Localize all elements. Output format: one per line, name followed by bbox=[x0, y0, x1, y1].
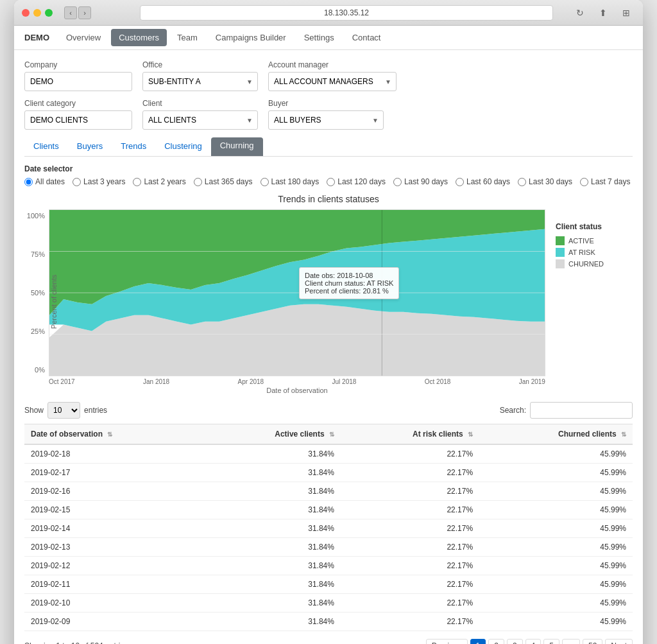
x-tick-jan19: Jan 2019 bbox=[519, 378, 545, 385]
address-bar[interactable]: 18.130.35.12 bbox=[140, 5, 553, 21]
y-tick-75: 75% bbox=[31, 250, 45, 258]
cell-churned: 45.99% bbox=[479, 575, 633, 594]
minimize-button[interactable] bbox=[33, 9, 41, 17]
chart-area: 100% 75% 50% 25% 0% Percent of clients bbox=[24, 209, 545, 394]
radio-all-dates[interactable]: All dates bbox=[24, 177, 65, 186]
col-churned[interactable]: Churned clients ⇅ bbox=[479, 424, 633, 445]
cell-active: 31.84% bbox=[203, 501, 341, 519]
reload-button[interactable]: ↻ bbox=[571, 6, 589, 19]
cell-active: 31.84% bbox=[203, 557, 341, 575]
cell-atrisk: 22.17% bbox=[341, 538, 479, 557]
radio-180days[interactable]: Last 180 days bbox=[260, 177, 320, 186]
company-input[interactable] bbox=[24, 72, 132, 91]
url-text: 18.130.35.12 bbox=[324, 8, 369, 17]
page-4-button[interactable]: 4 bbox=[525, 639, 542, 644]
tab-buyers[interactable]: Buyers bbox=[68, 137, 112, 156]
office-filter: Office SUB-ENTITY A bbox=[142, 60, 258, 91]
account-manager-select[interactable]: ALL ACCOUNT MANAGERS bbox=[268, 72, 397, 91]
table-row: 2019-02-14 31.84% 22.17% 45.99% bbox=[24, 519, 633, 538]
col-active[interactable]: Active clients ⇅ bbox=[203, 424, 341, 445]
page-2-button[interactable]: 2 bbox=[488, 639, 504, 644]
office-select[interactable]: SUB-ENTITY A bbox=[142, 72, 258, 91]
maximize-button[interactable] bbox=[45, 9, 53, 17]
main-content: Company Office SUB-ENTITY A Account mana… bbox=[14, 50, 643, 644]
tabs-row: Clients Buyers Trends Clustering Churnin… bbox=[24, 137, 633, 157]
buyer-label: Buyer bbox=[268, 99, 384, 108]
chart-section: Trends in clients statuses 100% 75% 50% … bbox=[24, 194, 633, 394]
prev-button[interactable]: Previous bbox=[426, 639, 468, 644]
radio-3years[interactable]: Last 3 years bbox=[73, 177, 125, 186]
company-filter: Company bbox=[24, 60, 132, 91]
traffic-lights bbox=[22, 9, 53, 17]
col-date[interactable]: Date of observation ⇅ bbox=[24, 424, 203, 445]
client-select[interactable]: ALL CLIENTS bbox=[142, 110, 258, 130]
buyer-select[interactable]: ALL BUYERS bbox=[268, 110, 384, 130]
buyer-filter: Buyer ALL BUYERS bbox=[268, 99, 384, 130]
cell-atrisk: 22.17% bbox=[341, 444, 479, 464]
tab-clients[interactable]: Clients bbox=[24, 137, 68, 156]
legend-at-risk: AT RISK bbox=[556, 248, 633, 257]
radio-90days[interactable]: Last 90 days bbox=[393, 177, 448, 186]
x-axis-ticks: Oct 2017 Jan 2018 Apr 2018 Jul 2018 Oct … bbox=[49, 378, 545, 385]
table-row: 2019-02-10 31.84% 22.17% 45.99% bbox=[24, 594, 633, 613]
nav-contact[interactable]: Contact bbox=[345, 29, 389, 46]
close-button[interactable] bbox=[22, 9, 30, 17]
nav-team[interactable]: Team bbox=[169, 29, 205, 46]
client-label: Client bbox=[142, 99, 258, 108]
radio-2years[interactable]: Last 2 years bbox=[133, 177, 185, 186]
tab-trends[interactable]: Trends bbox=[112, 137, 155, 156]
cell-date: 2019-02-14 bbox=[24, 519, 203, 538]
new-tab-button[interactable]: ⊞ bbox=[617, 6, 635, 19]
table-row: 2019-02-12 31.84% 22.17% 45.99% bbox=[24, 557, 633, 575]
x-tick-oct18: Oct 2018 bbox=[425, 378, 451, 385]
nav-campaigns[interactable]: Campaigns Builder bbox=[208, 29, 294, 46]
radio-7days[interactable]: Last 7 days bbox=[580, 177, 630, 186]
search-input[interactable] bbox=[530, 402, 633, 419]
share-button[interactable]: ⬆ bbox=[594, 6, 612, 19]
nav-settings[interactable]: Settings bbox=[296, 29, 342, 46]
cell-churned: 45.99% bbox=[479, 501, 633, 519]
forward-button[interactable]: › bbox=[78, 6, 91, 19]
navbar: DEMO Overview Customers Team Campaigns B… bbox=[14, 26, 643, 50]
date-selector-label: Date selector bbox=[24, 164, 633, 173]
cell-active: 31.84% bbox=[203, 594, 341, 613]
radio-365days[interactable]: Last 365 days bbox=[194, 177, 253, 186]
y-tick-50: 50% bbox=[31, 289, 45, 297]
radio-120days[interactable]: Last 120 days bbox=[327, 177, 386, 186]
page-53-button[interactable]: 53 bbox=[583, 639, 602, 644]
legend-atrisk-color bbox=[556, 248, 565, 257]
date-selector: Date selector All dates Last 3 years Las… bbox=[24, 164, 633, 186]
nav-customers[interactable]: Customers bbox=[111, 29, 167, 46]
x-axis-label: Date of observation bbox=[49, 387, 545, 394]
page-3-button[interactable]: 3 bbox=[507, 639, 523, 644]
cell-active: 31.84% bbox=[203, 444, 341, 464]
cell-date: 2019-02-17 bbox=[24, 464, 203, 482]
tab-clustering[interactable]: Clustering bbox=[155, 137, 211, 156]
sort-churned-icon: ⇅ bbox=[621, 431, 626, 438]
tab-churning[interactable]: Churning bbox=[211, 137, 263, 156]
table-row: 2019-02-18 31.84% 22.17% 45.99% bbox=[24, 444, 633, 464]
cell-churned: 45.99% bbox=[479, 482, 633, 501]
radio-30days[interactable]: Last 30 days bbox=[518, 177, 572, 186]
radio-60days[interactable]: Last 60 days bbox=[456, 177, 510, 186]
next-button[interactable]: Next bbox=[605, 639, 633, 644]
cell-atrisk: 22.17% bbox=[341, 613, 479, 631]
nav-arrows: ‹ › bbox=[64, 6, 91, 19]
cell-churned: 45.99% bbox=[479, 464, 633, 482]
cell-atrisk: 22.17% bbox=[341, 557, 479, 575]
legend-churned-color bbox=[556, 259, 565, 268]
page-1-button[interactable]: 1 bbox=[470, 639, 486, 644]
client-category-label: Client category bbox=[24, 99, 132, 108]
col-at-risk[interactable]: At risk clients ⇅ bbox=[341, 424, 479, 445]
page-5-button[interactable]: 5 bbox=[543, 639, 559, 644]
search-box: Search: bbox=[500, 402, 633, 419]
cell-atrisk: 22.17% bbox=[341, 501, 479, 519]
nav-overview[interactable]: Overview bbox=[58, 29, 108, 46]
table-controls: Show 10 25 50 100 entries Search: bbox=[24, 402, 633, 419]
y-tick-0: 0% bbox=[35, 366, 45, 374]
table-row: 2019-02-11 31.84% 22.17% 45.99% bbox=[24, 575, 633, 594]
entries-select[interactable]: 10 25 50 100 bbox=[47, 402, 80, 419]
x-tick-oct17: Oct 2017 bbox=[49, 378, 75, 385]
back-button[interactable]: ‹ bbox=[64, 6, 77, 19]
client-category-input[interactable] bbox=[24, 110, 132, 130]
